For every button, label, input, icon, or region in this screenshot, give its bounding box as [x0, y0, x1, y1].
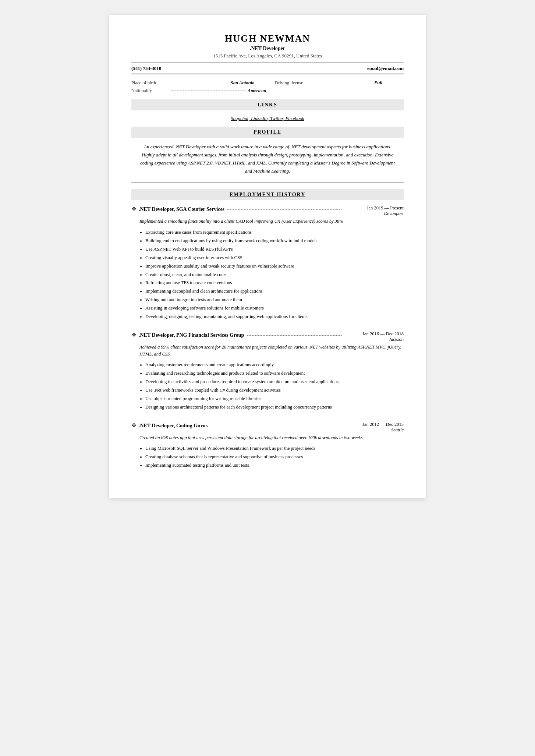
- bullet-item: Extracting core use cases from requireme…: [145, 229, 404, 237]
- bullet-item: Improve application usability and tweak …: [145, 262, 404, 271]
- bullet-item: Refracting and use TFS to create code ve…: [145, 279, 404, 287]
- job-title-0: .NET Developer, SGA Courier Services: [139, 206, 224, 212]
- job-header-0: ❖.NET Developer, SGA Courier ServicesJan…: [131, 205, 404, 216]
- job-dots-0: [227, 209, 342, 210]
- job-summary-0: Implemented a smoothing functionality in…: [131, 218, 404, 225]
- info-row-pob: Place of birth San Antonio Driving licen…: [131, 80, 404, 86]
- bullet-item: Developing the activities and procedures…: [145, 378, 404, 386]
- bullet-item: Implementing automated testing platforms…: [145, 462, 404, 470]
- candidate-title: .NET Developer: [131, 46, 404, 52]
- job-title-2: .NET Developer, Coding Gurus: [139, 423, 208, 429]
- dl-label: Driving license: [275, 80, 312, 86]
- job-summary-2: Created an iOS notes app that uses persi…: [131, 434, 404, 441]
- nationality-label: Nationality: [131, 88, 168, 93]
- bullet-item: Create robust, clean, and maintainable c…: [145, 271, 404, 279]
- job-header-2: ❖.NET Developer, Coding GurusJan 2012 — …: [131, 422, 404, 433]
- bullet-item: Using Microsoft SQL Server and Windows P…: [145, 445, 404, 453]
- job-date-location-0: Jan 2019 — PresentDevonport: [345, 205, 404, 216]
- job-entry-2: ❖.NET Developer, Coding GurusJan 2012 — …: [131, 422, 404, 470]
- job-location-0: Devonport: [345, 211, 404, 216]
- job-diamond-icon-1: ❖: [131, 331, 137, 338]
- job-date-0: Jan 2019 — Present: [345, 205, 404, 211]
- job-title-line-0: ❖.NET Developer, SGA Courier Services: [131, 205, 345, 212]
- bullet-item: Evaluating and researching technologies …: [145, 370, 404, 378]
- contact-row: (541) 754-3010 email@email.com: [131, 63, 404, 74]
- bullet-item: Implementing decoupled and clean archite…: [145, 287, 404, 296]
- bullet-item: Use ASP.NET Web API to build RESTful API…: [145, 245, 404, 254]
- candidate-name: HUGH NEWMAN: [131, 33, 404, 44]
- bullet-item: Analyzing customer requirements and crea…: [145, 361, 404, 369]
- job-bullets-2: Using Microsoft SQL Server and Windows P…: [131, 445, 404, 470]
- bullet-item: Writing unit and integration tests and a…: [145, 296, 404, 304]
- bullet-item: Developing, designing, testing, maintain…: [145, 313, 404, 321]
- job-title-1: .NET Developer, PNG Financial Services G…: [139, 332, 244, 338]
- employment-section: ❖.NET Developer, SGA Courier ServicesJan…: [131, 205, 404, 470]
- personal-info-section: Place of birth San Antonio Driving licen…: [131, 80, 404, 93]
- job-date-location-1: Jan 2016 — Dec 2018Jackson: [345, 331, 404, 342]
- dl-value: Full: [374, 80, 404, 86]
- job-diamond-icon-0: ❖: [131, 205, 137, 212]
- job-date-1: Jan 2016 — Dec 2018: [345, 331, 404, 337]
- profile-section-header: PROFILE: [131, 127, 404, 138]
- dl-dots: [315, 83, 371, 83]
- pob-value: San Antonio: [231, 80, 260, 86]
- job-title-line-2: ❖.NET Developer, Coding Gurus: [131, 422, 345, 429]
- bullet-item: Assisting in developing software solutio…: [145, 304, 404, 312]
- job-diamond-icon-2: ❖: [131, 422, 137, 429]
- bullet-item: Creating visually appealing user interfa…: [145, 254, 404, 262]
- job-location-2: Seattle: [345, 427, 404, 433]
- job-date-location-2: Jan 2012 — Dec 2015Seattle: [345, 422, 404, 433]
- job-entry-1: ❖.NET Developer, PNG Financial Services …: [131, 331, 404, 411]
- job-entry-0: ❖.NET Developer, SGA Courier ServicesJan…: [131, 205, 404, 321]
- employment-title: EMPLOYMENT HISTORY: [131, 192, 404, 198]
- job-location-1: Jackson: [345, 337, 404, 342]
- email-address: email@email.com: [367, 66, 404, 71]
- header-section: HUGH NEWMAN .NET Developer 1515 Pacific …: [131, 33, 404, 59]
- employment-section-header: EMPLOYMENT HISTORY: [131, 189, 404, 200]
- job-header-1: ❖.NET Developer, PNG Financial Services …: [131, 331, 404, 342]
- bullet-item: Designing various architectural patterns…: [145, 403, 404, 411]
- links-text[interactable]: Snapchat, Linkedin, Twitter, Facebook: [231, 116, 304, 121]
- bullet-item: Building end to end applications by usin…: [145, 237, 404, 245]
- resume-document: HUGH NEWMAN .NET Developer 1515 Pacific …: [109, 15, 426, 498]
- bullet-item: Use object-oriented programming for writ…: [145, 395, 404, 403]
- links-content[interactable]: Snapchat, Linkedin, Twitter, Facebook: [131, 116, 404, 121]
- profile-text: An experienced .NET Developer with a sol…: [131, 143, 404, 175]
- section-divider: [131, 183, 404, 183]
- job-date-2: Jan 2012 — Dec 2015: [345, 422, 404, 427]
- job-title-line-1: ❖.NET Developer, PNG Financial Services …: [131, 331, 345, 338]
- job-bullets-1: Analyzing customer requirements and crea…: [131, 361, 404, 411]
- nationality-dots: [171, 91, 245, 91]
- job-dots-1: [247, 335, 342, 336]
- links-section-header: LINKS: [131, 99, 404, 110]
- candidate-address: 1515 Pacific Ave, Los Angeles, CA 90291,…: [131, 53, 404, 59]
- profile-title: PROFILE: [131, 129, 404, 135]
- job-dots-2: [210, 426, 342, 426]
- pob-dots: [171, 83, 228, 83]
- job-summary-1: Achieved a 99% client satisfaction score…: [131, 344, 404, 358]
- links-title: LINKS: [131, 102, 404, 108]
- pob-label: Place of birth: [131, 80, 168, 86]
- job-bullets-0: Extracting core use cases from requireme…: [131, 229, 404, 321]
- bullet-item: Use .Net web frameworks coupled with C# …: [145, 386, 404, 395]
- bullet-item: Creating database schemas that is repres…: [145, 453, 404, 461]
- info-row-nationality: Nationality American: [131, 88, 404, 93]
- nationality-value: American: [248, 88, 277, 93]
- phone-number: (541) 754-3010: [131, 66, 161, 71]
